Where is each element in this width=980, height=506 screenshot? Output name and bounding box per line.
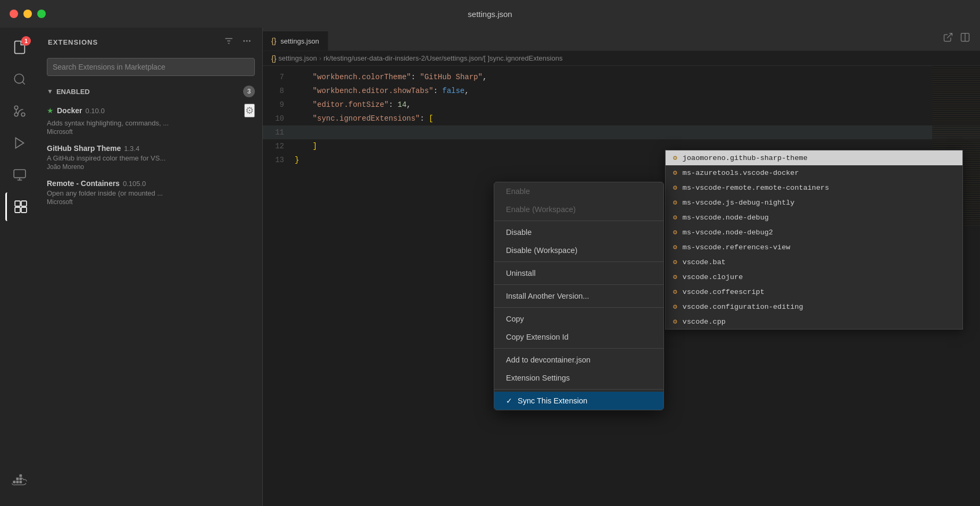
ext-header-github-sharp: GitHub Sharp Theme 1.3.4 <box>47 144 255 153</box>
editor-tab-settings-json[interactable]: {} settings.json <box>263 31 328 50</box>
open-in-editor-button[interactable] <box>942 31 954 46</box>
menu-item-enable[interactable]: Enable <box>494 182 663 200</box>
sync-check-icon: ✓ <box>506 397 512 405</box>
activity-source-control[interactable] <box>5 97 34 125</box>
minimize-button[interactable] <box>23 10 32 18</box>
code-line-9: 9 "editor.fontSize": 14, <box>263 98 980 112</box>
menu-item-disable-label: Disable <box>506 228 531 237</box>
svg-rect-6 <box>14 170 26 178</box>
menu-divider-1 <box>494 221 663 221</box>
activity-search[interactable] <box>5 65 34 94</box>
ac-label-8: vscode.clojure <box>683 273 743 281</box>
sidebar: EXTENSIONS ▼ ENABLED <box>39 28 263 506</box>
autocomplete-item-11[interactable]: ⚙ vscode.cpp <box>666 314 962 329</box>
autocomplete-item-5[interactable]: ⚙ ms-vscode.node-debug2 <box>666 225 962 240</box>
ext-desc-docker: Adds syntax highlighting, commands, ... <box>47 119 238 127</box>
code-line-7: 7 "workbench.colorTheme": "GitHub Sharp"… <box>263 70 980 84</box>
menu-divider-4 <box>494 307 663 308</box>
ext-version-docker: 0.10.0 <box>85 107 104 115</box>
line-num-9: 9 <box>263 100 295 109</box>
svg-point-22 <box>249 40 251 42</box>
menu-item-copy[interactable]: Copy <box>494 310 663 328</box>
activity-run[interactable] <box>5 129 34 157</box>
ext-settings-docker[interactable]: ⚙ <box>244 104 255 117</box>
ext-name-github-sharp: GitHub Sharp Theme <box>47 144 121 153</box>
autocomplete-item-4[interactable]: ⚙ ms-vscode.node-debug <box>666 210 962 225</box>
activity-extensions[interactable] <box>5 192 34 221</box>
ext-desc-remote-containers: Open any folder inside (or mounted ... <box>47 189 238 197</box>
ac-icon-7: ⚙ <box>673 258 677 266</box>
ac-icon-10: ⚙ <box>673 302 677 311</box>
svg-rect-10 <box>21 201 27 206</box>
search-input[interactable] <box>53 63 249 71</box>
ac-icon-5: ⚙ <box>673 228 677 237</box>
extension-item-github-sharp[interactable]: GitHub Sharp Theme 1.3.4 A GitHub inspir… <box>39 140 262 175</box>
svg-rect-18 <box>19 474 22 477</box>
section-header-enabled[interactable]: ▼ ENABLED 3 <box>39 83 262 99</box>
autocomplete-item-0[interactable]: ⚙ joaomoreno.github-sharp-theme <box>666 150 962 165</box>
activity-explorer[interactable]: 1 <box>5 33 34 62</box>
ac-label-1: ms-azuretools.vscode-docker <box>683 169 799 177</box>
autocomplete-item-9[interactable]: ⚙ vscode.coffeescript <box>666 284 962 299</box>
ac-icon-8: ⚙ <box>673 273 677 281</box>
extension-item-docker[interactable]: ★ Docker 0.10.0 ⚙ Adds syntax highlighti… <box>39 99 262 140</box>
section-title: ENABLED <box>56 88 90 96</box>
autocomplete-item-8[interactable]: ⚙ vscode.clojure <box>666 269 962 284</box>
tab-title: settings.json <box>280 37 319 45</box>
section-count: 3 <box>243 86 255 97</box>
menu-item-uninstall-label: Uninstall <box>506 269 536 277</box>
breadcrumb-path: rk/testing/user-data-dir-insiders-2/User… <box>323 54 562 62</box>
autocomplete-item-7[interactable]: ⚙ vscode.bat <box>666 255 962 269</box>
code-line-11: 11 <box>263 125 980 139</box>
filter-extensions-button[interactable] <box>222 35 236 49</box>
menu-item-disable[interactable]: Disable <box>494 223 663 241</box>
menu-item-enable-workspace[interactable]: Enable (Workspace) <box>494 200 663 218</box>
activity-remote[interactable] <box>5 161 34 189</box>
svg-marker-5 <box>15 138 23 148</box>
menu-item-disable-workspace[interactable]: Disable (Workspace) <box>494 241 663 259</box>
line-content-10: "sync.ignoredExtensions": [ <box>295 114 433 123</box>
activity-docker[interactable] <box>5 467 34 495</box>
menu-item-install-version[interactable]: Install Another Version... <box>494 287 663 305</box>
main-layout: 1 <box>0 28 980 506</box>
menu-item-uninstall[interactable]: Uninstall <box>494 264 663 282</box>
ext-desc-github-sharp: A GitHub inspired color theme for VS... <box>47 154 238 162</box>
ac-icon-3: ⚙ <box>673 198 677 207</box>
autocomplete-item-1[interactable]: ⚙ ms-azuretools.vscode-docker <box>666 165 962 180</box>
activity-bar: 1 <box>0 28 39 506</box>
breadcrumb-filename: settings.json <box>278 54 317 62</box>
split-editor-button[interactable] <box>959 31 971 46</box>
svg-rect-15 <box>19 480 22 483</box>
menu-item-extension-settings[interactable]: Extension Settings <box>494 369 663 387</box>
menu-item-sync[interactable]: ✓ Sync This Extension <box>494 392 663 410</box>
ext-name-docker: Docker <box>57 106 82 115</box>
autocomplete-item-3[interactable]: ⚙ ms-vscode.js-debug-nightly <box>666 195 962 210</box>
close-button[interactable] <box>10 10 18 18</box>
menu-item-sync-label: Sync This Extension <box>518 397 587 405</box>
ac-label-0: joaomoreno.github-sharp-theme <box>683 154 808 162</box>
ext-name-remote-containers: Remote - Containers <box>47 179 120 188</box>
sidebar-header: EXTENSIONS <box>39 28 262 55</box>
svg-rect-13 <box>13 480 15 483</box>
menu-item-extension-settings-label: Extension Settings <box>506 374 570 382</box>
menu-item-copy-ext-id[interactable]: Copy Extension Id <box>494 328 663 346</box>
ac-label-4: ms-vscode.node-debug <box>683 214 769 222</box>
more-actions-button[interactable] <box>240 35 254 49</box>
svg-point-2 <box>21 113 25 116</box>
line-num-8: 8 <box>263 87 295 95</box>
line-content-8: "workbench.editor.showTabs": false, <box>295 87 469 95</box>
breadcrumb: {} settings.json › rk/testing/user-data-… <box>263 51 980 66</box>
code-line-8: 8 "workbench.editor.showTabs": false, <box>263 84 980 98</box>
extension-item-remote-containers[interactable]: Remote - Containers 0.105.0 Open any fol… <box>39 175 262 210</box>
svg-rect-12 <box>21 207 27 213</box>
autocomplete-item-10[interactable]: ⚙ vscode.configuration-editing <box>666 299 962 314</box>
maximize-button[interactable] <box>37 10 46 18</box>
svg-rect-16 <box>16 477 19 480</box>
menu-item-add-devcontainer[interactable]: Add to devcontainer.json <box>494 351 663 369</box>
svg-point-3 <box>14 106 18 109</box>
search-box[interactable] <box>47 58 255 76</box>
ext-publisher-github-sharp: João Moreno <box>47 163 255 171</box>
ac-icon-0: ⚙ <box>673 154 677 162</box>
autocomplete-item-6[interactable]: ⚙ ms-vscode.references-view <box>666 240 962 255</box>
autocomplete-item-2[interactable]: ⚙ ms-vscode-remote.remote-containers <box>666 180 962 195</box>
